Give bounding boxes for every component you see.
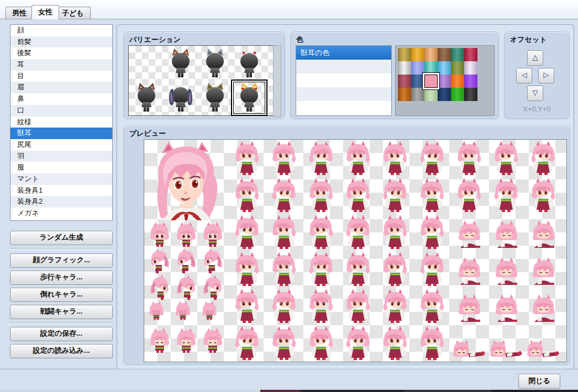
variation-option-cat-gray[interactable] [198,46,232,81]
sprite-side [177,248,196,273]
sprite-batt [272,289,296,323]
part-list-item[interactable]: 鼻 [10,93,112,105]
part-list-item[interactable]: 目 [10,71,112,82]
sprite-batt [309,252,333,286]
palette-swatch[interactable] [464,88,477,101]
variation-thumb [129,81,164,115]
part-list-item[interactable]: 前髪 [10,36,112,48]
variation-option-round-brown[interactable] [129,81,164,115]
down-character-button[interactable]: 倒れキャラ... [10,288,113,302]
part-list-item[interactable]: 口 [10,105,112,116]
palette-swatch[interactable] [438,48,451,61]
palette-swatch[interactable] [411,48,424,61]
sprite-batt [272,326,296,360]
sprite-batt [532,178,555,212]
part-list-item[interactable]: 装身具1 [10,185,112,197]
random-generate-button[interactable]: ランダム生成 [10,231,113,245]
sprite-batt [383,141,407,175]
offset-panel: オフセット △ ◁ ▷ ▽ X+0,Y+0 [504,31,570,119]
face-graphic-button[interactable]: 顔グラフィック... [10,253,113,268]
part-list-item[interactable]: 服 [10,162,112,173]
close-button[interactable]: 閉じる [518,374,560,389]
sprite-batt [235,252,259,286]
sprite-batt [272,252,296,286]
part-list-item[interactable]: 顔 [10,25,112,36]
variation-option-droop-navy[interactable] [164,81,198,115]
palette-swatch[interactable] [411,88,424,101]
sprite-batt [235,289,259,323]
color-target-empty-row [296,87,391,101]
part-list-item[interactable]: 獣耳 [10,128,112,139]
part-list[interactable]: 顔前髪後髪耳目眉鼻口紋様獣耳尻尾羽服マント装身具1装身具2メガネ [10,24,113,221]
battle-character-button[interactable]: 戦闘キャラ... [10,305,113,319]
tab-female[interactable]: 女性 [31,5,59,19]
variation-scrollbar[interactable] [273,45,281,117]
color-title: 色 [296,35,303,45]
tab-child[interactable]: 子ども [55,7,91,19]
offset-down-button[interactable]: ▽ [527,86,543,101]
part-list-item[interactable]: 耳 [10,59,112,71]
color-target-item[interactable]: 獣耳の色 [296,46,391,60]
variation-option-none[interactable] [129,46,164,81]
gender-tabbar: 男性 女性 子ども [0,0,578,19]
palette-swatch[interactable] [451,88,464,101]
variation-option-cat-brown[interactable] [164,46,198,81]
palette-swatch[interactable] [438,61,451,75]
variation-option-cat-white-red[interactable] [232,46,266,81]
part-list-item[interactable]: 紋様 [10,116,112,128]
palette-swatch[interactable] [438,88,451,101]
palette-swatch[interactable] [438,75,451,88]
sprite-side [204,248,222,273]
offset-left-button[interactable]: ◁ [516,68,532,83]
load-settings-button[interactable]: 設定の読み込み... [10,344,113,358]
sprite-batt [346,215,370,249]
palette-swatch[interactable] [451,61,464,75]
sprite-side [151,248,169,273]
palette-swatch[interactable] [464,61,477,75]
sprite-batt [346,252,370,286]
sprite-batt [235,326,259,360]
variation-list[interactable] [128,45,274,116]
part-list-item[interactable]: 後髪 [10,47,112,59]
tab-male[interactable]: 男性 [6,7,33,19]
part-list-item[interactable]: マント [10,173,112,185]
palette-swatch[interactable] [398,48,411,61]
sprite-batt [235,141,259,175]
palette-swatch[interactable] [398,61,411,75]
sprite-batt [309,289,333,323]
sprite-batt [421,252,444,286]
save-settings-button[interactable]: 設定の保存... [10,327,113,341]
color-target-list[interactable]: 獣耳の色 [296,45,392,116]
sprite-kneel [533,294,554,322]
part-list-item[interactable]: 装身具2 [10,196,112,208]
sprite-face [157,142,218,220]
sprite-batt [272,141,296,175]
palette-swatch[interactable] [451,48,464,61]
sprite-damage [203,328,222,353]
palette-swatch[interactable] [424,48,438,61]
sprite-kneel [496,220,517,248]
sprite-batt [346,178,370,212]
part-list-item[interactable]: 尻尾 [10,139,112,151]
part-list-item[interactable]: メガネ [10,208,112,219]
offset-up-button[interactable]: △ [527,50,543,66]
sprite-kneel [459,220,480,248]
variation-option-fox-yellow[interactable] [231,80,267,116]
color-palette[interactable] [395,45,495,116]
variation-option-olive[interactable] [198,81,232,115]
palette-swatch[interactable] [464,48,477,61]
palette-swatch[interactable] [424,88,438,101]
palette-swatch[interactable] [464,75,477,88]
sprite-batt [309,141,333,175]
offset-right-button[interactable]: ▷ [538,68,554,83]
part-list-item[interactable]: 羽 [10,151,112,162]
palette-swatch[interactable] [398,75,411,88]
palette-swatch[interactable] [451,75,464,88]
walk-character-button[interactable]: 歩行キャラ... [10,271,113,285]
palette-swatch[interactable] [398,88,411,101]
palette-swatch-selected[interactable] [423,73,439,89]
sprite-front [203,222,222,247]
part-list-item[interactable]: 眉 [10,82,112,93]
background-window-strip [0,390,578,392]
variation-panel: バリエーション [123,31,285,119]
